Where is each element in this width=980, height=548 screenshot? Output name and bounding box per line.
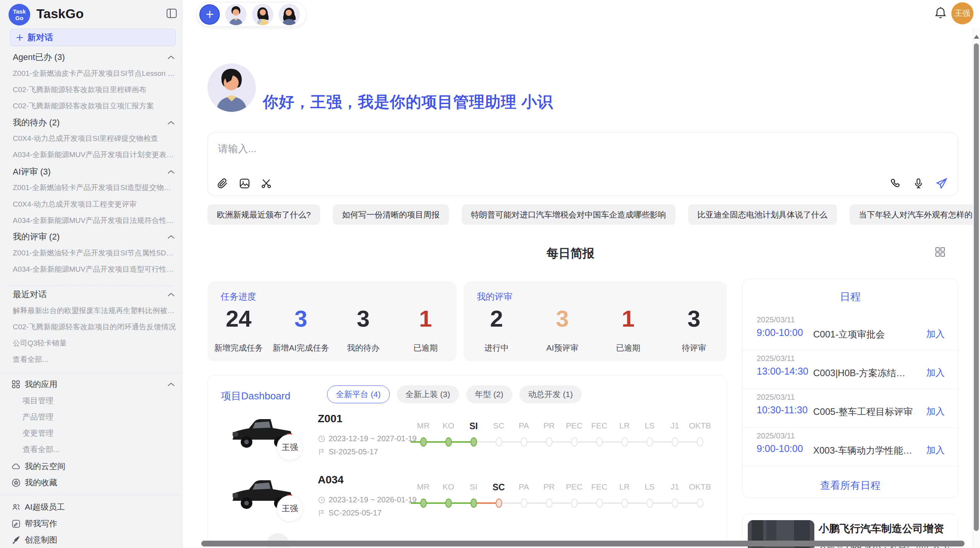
stat-value: 3 — [332, 305, 394, 332]
milestone-dot — [420, 498, 427, 508]
event-date: 2025/03/11 — [757, 315, 795, 324]
project-dates: 2023-12-19 ~ 2027-01-19 — [318, 434, 416, 443]
chevron-up-icon[interactable] — [167, 115, 176, 131]
phone-icon[interactable] — [889, 177, 902, 190]
chat-item[interactable]: C0X4-动力总成开发项目SI里程碑提交物检查 — [13, 130, 178, 147]
join-button[interactable]: 加入 — [926, 366, 945, 379]
milestone-dot — [470, 437, 477, 447]
stat-label: AI预评审 — [529, 342, 595, 353]
sidebar-item-creative-draw[interactable]: 创意制图 — [25, 532, 164, 548]
suggestion-chip[interactable]: 比亚迪全固态电池计划具体说了什么 — [688, 204, 837, 225]
stat: 1 已逾期 — [394, 305, 457, 353]
sidebar-item-ai-super-staff[interactable]: AI超级员工 — [25, 499, 164, 515]
image-icon[interactable] — [238, 177, 251, 190]
milestone-dot — [621, 437, 628, 447]
suggestion-chip[interactable]: 当下年轻人对汽车外观有怎样的喜好趋势 — [850, 204, 980, 225]
horizontal-scrollbar-thumb[interactable] — [201, 541, 965, 546]
join-button[interactable]: 加入 — [926, 444, 945, 456]
sidebar-item-my-apps[interactable]: 我的应用 — [25, 376, 164, 392]
sidebar-item-cloud-space[interactable]: 我的云空间 — [25, 458, 164, 474]
chat-item[interactable]: 公司Q3轻卡销量 — [13, 335, 178, 351]
attachment-icon[interactable] — [216, 177, 230, 190]
chat-item[interactable]: C0X4-动力总成开发项目工程变更评审 — [13, 196, 178, 212]
stats-row: 2 进行中 3 AI预评审 1 已逾期 3 待评审 — [464, 305, 727, 353]
layout-grid-icon[interactable] — [934, 246, 946, 258]
recent-view-all[interactable]: 查看全部... — [13, 351, 178, 368]
project-name: Z001 — [318, 413, 343, 425]
divider — [8, 285, 175, 286]
app-item-product-mgmt[interactable]: 产品管理 — [22, 409, 170, 425]
event-time: 13:00-14:30 — [757, 366, 808, 377]
send-icon[interactable] — [935, 177, 948, 190]
section-agent-done[interactable]: Agent已办 (3) — [13, 49, 160, 65]
milestone-label-current: SC — [486, 482, 511, 493]
view-all-schedule-link[interactable]: 查看所有日程 — [743, 479, 958, 492]
milestone-label: J1 — [662, 482, 687, 493]
event-date: 2025/03/11 — [757, 393, 795, 402]
card-title: 任务进度 — [221, 291, 256, 303]
stat: 3 新增AI完成任务 — [270, 305, 332, 353]
stat-label: 新增AI完成任务 — [270, 342, 332, 353]
chat-item[interactable]: A034-全新新能源MUV产品开发项目造型可行性评审 — [13, 261, 178, 277]
tab-year-model[interactable]: 年型 (2) — [466, 385, 512, 403]
new-chat-button[interactable]: 新对话 — [10, 29, 176, 46]
chat-item[interactable]: Z001-全新燃油皮卡产品开发项目SI节点Lesson Learn报告 — [13, 65, 178, 82]
sidebar-collapse-icon[interactable] — [166, 9, 177, 18]
app-item-change-mgmt[interactable]: 变更管理 — [22, 425, 170, 441]
sidebar-item-help-write[interactable]: 帮我写作 — [25, 515, 164, 532]
milestone-dot — [646, 498, 653, 508]
microphone-icon[interactable] — [912, 177, 925, 190]
chevron-up-icon[interactable] — [167, 286, 176, 303]
chat-item[interactable]: Z001-全新燃油轻卡产品开发项目SI节点属性5D文件评审 — [13, 245, 178, 261]
chevron-up-icon[interactable] — [167, 164, 176, 180]
vertical-scrollbar-thumb[interactable] — [974, 43, 979, 531]
milestone-label: PEC — [562, 421, 587, 432]
chat-item[interactable]: A034-全新新能源MUV产品开发项目法规符合性评审 — [13, 212, 178, 229]
sidebar-item-favorites[interactable]: 我的收藏 — [25, 474, 164, 491]
chat-item[interactable]: C02-飞腾新能源轻客改款项目的闭环通告反馈情况 — [13, 319, 178, 335]
join-button[interactable]: 加入 — [926, 328, 945, 340]
join-button[interactable]: 加入 — [926, 405, 945, 418]
tab-new-platform[interactable]: 全新平台 (4) — [327, 385, 390, 403]
chat-item[interactable]: Z001-全新燃油轻卡产品开发项目SI造型提交物评审 — [13, 180, 178, 196]
suggestion-chip[interactable]: 特朗普可能对进口汽车增税会对中国车企造成哪些影响 — [462, 204, 675, 225]
new-chat-label: 新对话 — [27, 32, 53, 43]
tab-new-top[interactable]: 全新上装 (3) — [397, 385, 459, 403]
section-my-todo[interactable]: 我的待办 (2) — [13, 115, 160, 131]
chat-input[interactable] — [208, 133, 958, 173]
flag-icon — [318, 448, 326, 456]
chat-item[interactable]: C02-飞腾新能源轻客改款项目里程碑画布 — [13, 82, 178, 98]
notification-bell-icon[interactable] — [934, 7, 947, 21]
milestone-labels: MR KO SI SC PA PR PEC FEC LR LS J1 OKTB — [411, 482, 716, 493]
avatar[interactable] — [225, 4, 247, 25]
milestone-label: LS — [637, 421, 662, 432]
milestone-dot — [672, 437, 678, 447]
user-avatar[interactable]: 王强 — [951, 2, 973, 24]
section-ai-review[interactable]: AI评审 (3) — [13, 164, 160, 180]
milestone-label: MR — [411, 421, 436, 432]
stat-value: 3 — [661, 305, 727, 332]
milestone-dot — [445, 437, 452, 447]
chat-item[interactable]: A034-全新新能源MUV产品开发项目计划变更表编写 — [13, 147, 178, 163]
chevron-up-icon[interactable] — [167, 49, 176, 65]
chat-item[interactable]: C02-飞腾新能源轻客改款项目立项汇报方案 — [13, 98, 178, 114]
chevron-up-icon[interactable] — [167, 229, 176, 245]
apps-view-all[interactable]: 查看全部... — [22, 441, 170, 457]
app-item-project-mgmt[interactable]: 项目管理 — [22, 392, 170, 409]
chat-item[interactable]: 解释最新出台的欧盟报废车法规再生塑料比例被调至15%... — [13, 303, 178, 319]
suggestion-chip[interactable]: 如何写一份清晰的项目周报 — [333, 204, 449, 225]
chevron-up-icon[interactable] — [167, 376, 176, 392]
chat-input-box — [207, 132, 958, 196]
avatar[interactable] — [279, 4, 300, 25]
section-recent-chats[interactable]: 最近对话 — [13, 286, 160, 303]
tab-powertrain[interactable]: 动总开发 (1) — [519, 385, 582, 403]
event-name: C003|H0B-方案冻结评审 — [813, 367, 914, 379]
milestone-label: SI — [461, 482, 486, 493]
scroll-up-arrow[interactable] — [974, 35, 979, 39]
avatar[interactable] — [252, 4, 273, 25]
section-my-review[interactable]: 我的评审 (2) — [13, 229, 160, 245]
add-agent-button[interactable] — [199, 4, 220, 25]
dashboard-title: 项目Dashboard — [221, 389, 290, 403]
scissors-icon[interactable] — [260, 177, 273, 190]
suggestion-chip[interactable]: 欧洲新规最近颁布了什么? — [207, 204, 320, 225]
